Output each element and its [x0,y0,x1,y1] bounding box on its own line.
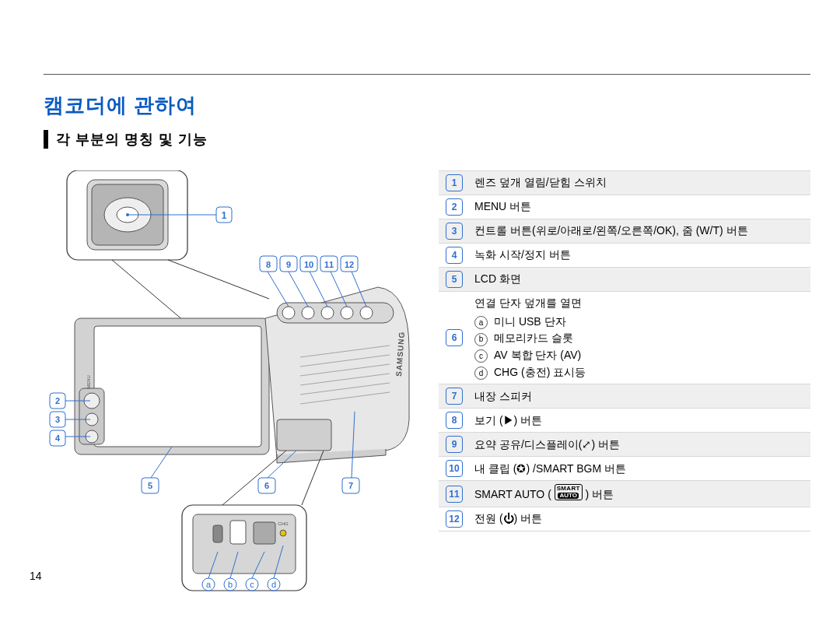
part-description: LCD 화면 [470,268,810,292]
callout-d: d [271,580,276,589]
table-row: 11SMART AUTO ( SMARTAUTO ) 버튼 [439,481,810,507]
part-description: MENU 버튼 [470,195,810,219]
part-number-badge: 2 [446,198,463,216]
table-row: 4녹화 시작/정지 버튼 [439,244,810,268]
part-number-badge: 5 [446,271,463,288]
sub-label: CHG (충전) 표시등 [494,364,586,381]
callout-7: 7 [348,481,353,490]
table-row: 1렌즈 덮개 열림/닫힘 스위치 [439,171,810,195]
svg-text:MENU: MENU [86,375,91,389]
part-number-badge: 11 [446,486,463,503]
callout-12: 12 [345,260,354,269]
table-row: 5LCD 화면 [439,268,810,292]
callout-1: 1 [222,210,227,221]
callout-b: b [228,580,233,589]
callout-6: 6 [264,481,269,490]
part-description: 연결 단자 덮개를 열면 a미니 USB 단자b메모리카드 슬롯cAV 복합 단… [470,292,810,384]
part-number-badge: 8 [446,412,463,429]
callout-a: a [206,580,212,589]
sub-mark: b [474,333,488,346]
svg-rect-24 [277,419,331,451]
table-row: 8보기 (▶) 버튼 [439,409,810,433]
part-number-badge: 10 [446,460,463,477]
callout-9: 9 [286,260,291,269]
table-row: 7내장 스피커 [439,384,810,409]
callout-10: 10 [304,260,313,269]
sub-label: AV 복합 단자 (AV) [494,347,581,364]
part-number-badge: 1 [446,174,463,191]
section-title: 각 부분의 명칭 및 기능 [44,130,810,149]
part-description: 녹화 시작/정지 버튼 [470,244,810,268]
part-description: 내 클립 (✪) /SMART BGM 버튼 [470,457,810,481]
table-row: 2MENU 버튼 [439,195,810,219]
part-description: SMART AUTO ( SMARTAUTO ) 버튼 [470,481,810,507]
svg-line-31 [268,272,289,307]
part-number-badge: 6 [446,329,463,346]
sub-mark: a [474,316,488,329]
parts-table: 1렌즈 덮개 열림/닫힘 스위치2MENU 버튼3컨트롤 버튼(위로/아래로/왼… [439,170,810,531]
product-diagram: 1 [44,170,425,609]
callout-2: 2 [55,396,60,405]
callout-11: 11 [324,260,334,269]
svg-text:CHG: CHG [278,521,289,526]
part-number-badge: 4 [446,247,463,264]
part-description: 전원 (⏻) 버튼 [470,507,810,531]
svg-point-13 [282,307,295,319]
svg-rect-11 [94,326,261,447]
smart-auto-icon: SMARTAUTO [555,484,583,500]
part-description: 렌즈 덮개 열림/닫힘 스위치 [470,171,810,195]
table-row: 6연결 단자 덮개를 열면 a미니 USB 단자b메모리카드 슬롯cAV 복합 … [439,292,810,384]
svg-line-33 [310,272,327,307]
part-description: 컨트롤 버튼(위로/아래로/왼쪽/오른쪽/OK), 줌 (W/T) 버튼 [470,219,810,244]
table-row: 10내 클립 (✪) /SMART BGM 버튼 [439,457,810,481]
part-number-badge: 9 [446,436,463,453]
svg-point-14 [302,307,314,319]
part-description: 요약 공유/디스플레이(⤢) 버튼 [470,433,810,457]
page-top-rule [44,74,810,75]
sub-label: 메모리카드 슬롯 [494,330,573,347]
svg-rect-57 [213,525,222,542]
table-row: 12전원 (⏻) 버튼 [439,507,810,531]
table-row: 9요약 공유/디스플레이(⤢) 버튼 [439,433,810,457]
table-row: 3컨트롤 버튼(위로/아래로/왼쪽/오른쪽/OK), 줌 (W/T) 버튼 [439,219,810,244]
svg-point-16 [341,307,353,319]
part-number-badge: 7 [446,388,463,405]
callout-4: 4 [55,433,61,443]
svg-point-17 [360,307,373,319]
callout-c: c [250,580,254,589]
page-number: 14 [30,570,42,582]
svg-line-32 [289,272,308,307]
part-description: 보기 (▶) 버튼 [470,409,810,433]
page-title: 캠코더에 관하여 [44,92,810,119]
callout-5: 5 [148,481,152,490]
part-number-badge: 3 [446,223,463,240]
sub-mark: d [474,367,488,380]
svg-point-60 [280,530,286,536]
callout-8: 8 [266,260,271,269]
svg-line-9 [168,260,269,299]
part-description: 내장 스피커 [470,384,810,409]
callout-3: 3 [55,415,60,424]
page-content: 캠코더에 관하여 각 부분의 명칭 및 기능 1 [44,92,810,609]
sub-label: 미니 USB 단자 [494,314,566,331]
svg-line-53 [222,451,286,505]
svg-rect-58 [230,521,246,544]
camcorder-illustration: 1 [44,170,425,606]
svg-point-15 [321,307,334,319]
part-number-badge: 12 [446,510,463,528]
sub-mark: c [474,349,488,363]
svg-rect-59 [254,522,275,544]
